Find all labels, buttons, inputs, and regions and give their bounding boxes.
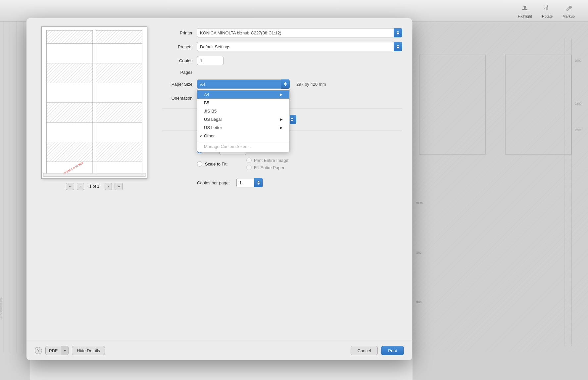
svg-rect-2 xyxy=(546,7,548,10)
scale-to-fit-label: Scale to Fit: xyxy=(205,162,228,166)
settings-panel: Printer: KONICA MINOLTA bizhub C227(38:C… xyxy=(162,26,402,332)
svg-rect-0 xyxy=(522,9,527,10)
prev-page-button[interactable]: ‹ xyxy=(77,183,84,190)
help-button[interactable]: ? xyxy=(35,347,42,354)
svg-text:HG01: HG01 xyxy=(416,201,424,205)
paper-size-select[interactable]: A4 xyxy=(197,79,290,89)
pdf-chevron-icon xyxy=(64,350,66,352)
svg-rect-42 xyxy=(96,142,142,162)
dropdown-item-manage-custom: Manage Custom Sizes... xyxy=(197,142,289,151)
dropdown-item-us-letter-label: US Letter xyxy=(204,125,222,130)
paper-size-dimensions: 297 by 420 mm xyxy=(296,82,326,87)
dropdown-item-other[interactable]: Other xyxy=(197,132,289,140)
us-legal-submenu-icon: ▶ xyxy=(280,118,283,121)
svg-rect-40 xyxy=(96,103,142,122)
paper-size-stepper-up-icon xyxy=(284,82,287,84)
printer-stepper[interactable] xyxy=(394,28,402,37)
pdf-arrow[interactable] xyxy=(61,346,68,355)
svg-text:2300: 2300 xyxy=(575,102,581,105)
preview-stepper-down xyxy=(291,120,293,121)
hide-details-button[interactable]: Hide Details xyxy=(72,346,105,355)
paper-size-stepper-down-icon xyxy=(284,84,287,86)
paper-size-row: Paper Size: A4 A4 xyxy=(162,79,402,89)
preview-navigation: « ‹ 1 of 1 › » xyxy=(66,183,122,190)
svg-text:G02: G02 xyxy=(416,251,421,254)
printer-row: Printer: KONICA MINOLTA bizhub C227(38:C… xyxy=(162,28,402,37)
preview-image: REVISED 02 05 2018 xyxy=(42,27,147,178)
printer-select[interactable]: KONICA MINOLTA bizhub C227(38:C1:12) xyxy=(197,28,402,37)
dropdown-item-us-legal-label: US Legal xyxy=(204,117,221,122)
presets-row: Presets: Default Settings xyxy=(162,42,402,51)
pdf-button[interactable]: PDF xyxy=(45,346,69,355)
printer-control: KONICA MINOLTA bizhub C227(38:C1:12) xyxy=(197,28,402,37)
rotate-icon xyxy=(543,4,552,13)
scale-to-fit-radio[interactable] xyxy=(197,161,202,166)
first-page-button[interactable]: « xyxy=(66,183,74,190)
print-entire-image-label: Print Entire Image xyxy=(254,158,288,163)
highlight-label: Highlight xyxy=(518,14,532,18)
pages-row: Pages: xyxy=(162,70,402,75)
svg-rect-13 xyxy=(413,22,588,353)
fill-entire-paper-label: Fill Entire Paper xyxy=(254,165,284,170)
dropdown-item-us-legal[interactable]: US Legal ▶ xyxy=(197,115,289,123)
paper-size-stepper[interactable] xyxy=(281,79,290,89)
dropdown-item-a4-label: A4 xyxy=(204,92,209,97)
copies-label: Copies: xyxy=(162,58,194,63)
markup-label: Markup xyxy=(563,14,575,18)
printer-label: Printer: xyxy=(162,30,194,35)
print-button[interactable]: Print xyxy=(381,346,404,355)
dropdown-item-other-label: Other xyxy=(204,133,215,138)
toolbar-markup[interactable]: Markup xyxy=(563,4,575,18)
presets-select[interactable]: Default Settings xyxy=(197,42,402,51)
dropdown-item-a4[interactable]: A4 ▶ xyxy=(197,90,289,99)
svg-rect-39 xyxy=(47,63,93,83)
svg-text:G03: G03 xyxy=(416,301,421,304)
dropdown-item-jis-b5-label: JIS B5 xyxy=(204,109,217,114)
print-preview-frame: REVISED 02 05 2018 xyxy=(41,26,147,179)
scale-to-fit-sub-options: Print Entire Image Fill Entire Paper xyxy=(237,158,288,170)
dialog-footer: ? PDF Hide Details Cancel Print xyxy=(26,341,412,360)
copies-per-page-stepper[interactable] xyxy=(254,178,263,187)
orientation-label: Orientation: xyxy=(162,96,194,101)
copies-per-page-wrap xyxy=(236,178,263,187)
blueprint-right-panel: 2500 2300 2280 HG01 G02 G03 xyxy=(413,22,588,380)
copies-form-row: Copies: xyxy=(162,56,402,65)
markup-icon xyxy=(564,4,573,13)
stepper-up-icon xyxy=(397,31,399,32)
svg-text:2280: 2280 xyxy=(575,128,581,132)
us-letter-submenu-icon: ▶ xyxy=(280,126,283,129)
print-entire-image-radio[interactable] xyxy=(246,158,252,163)
copies-stepper-down xyxy=(257,183,260,185)
stepper-down-icon xyxy=(397,33,399,35)
cancel-button[interactable]: Cancel xyxy=(351,346,378,355)
page-indicator: 1 of 1 xyxy=(87,184,102,189)
presets-control: Default Settings xyxy=(197,42,402,51)
dropdown-item-us-letter[interactable]: US Letter ▶ xyxy=(197,123,289,132)
presets-stepper-up-icon xyxy=(397,45,399,46)
copies-input[interactable] xyxy=(197,56,223,65)
presets-stepper-down-icon xyxy=(397,47,399,49)
toolbar-highlight[interactable]: Highlight xyxy=(518,4,532,18)
copies-stepper-up xyxy=(257,181,260,182)
presets-stepper[interactable] xyxy=(394,42,402,51)
dropdown-item-jis-b5[interactable]: JIS B5 xyxy=(197,107,289,115)
presets-label: Presets: xyxy=(162,44,194,49)
paper-size-label: Paper Size: xyxy=(162,82,194,87)
paper-size-control: A4 A4 ▶ B5 xyxy=(197,79,290,89)
svg-marker-1 xyxy=(547,5,548,8)
paper-size-dropdown: A4 ▶ B5 JIS B5 US Legal ▶ xyxy=(197,89,290,152)
last-page-button[interactable]: » xyxy=(115,183,123,190)
copies-control xyxy=(197,56,402,65)
blueprint-left-panel: 7 mm wire glass (50020) Structural colum… xyxy=(0,22,30,380)
next-page-button[interactable]: › xyxy=(105,183,112,190)
svg-rect-38 xyxy=(96,63,142,83)
fill-entire-paper-item: Fill Entire Paper xyxy=(246,165,288,170)
svg-rect-37 xyxy=(47,30,93,43)
fill-entire-paper-radio[interactable] xyxy=(246,165,252,170)
dropdown-item-b5[interactable]: B5 xyxy=(197,99,289,107)
highlight-icon xyxy=(520,4,529,13)
toolbar-rotate[interactable]: Rotate xyxy=(542,4,553,18)
print-entire-image-item: Print Entire Image xyxy=(246,158,288,163)
print-dialog: REVISED 02 05 2018 « ‹ 1 of 1 › » Printe… xyxy=(26,18,412,360)
svg-rect-41 xyxy=(47,103,93,122)
